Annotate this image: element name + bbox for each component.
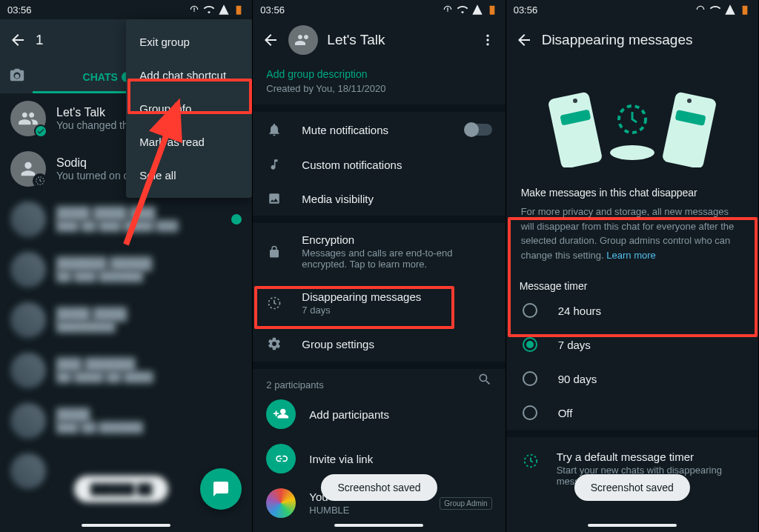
back-button[interactable] <box>3 25 33 55</box>
svg-point-1 <box>15 74 19 79</box>
svg-point-7 <box>486 43 488 45</box>
radio-icon <box>523 405 537 420</box>
add-participants[interactable]: Add participants <box>253 392 505 436</box>
clock-icon <box>33 173 47 188</box>
illustration <box>506 61 758 175</box>
radio-icon <box>523 303 537 318</box>
menu-add-shortcut[interactable]: Add chat shortcut <box>126 59 252 92</box>
person-avatar-icon <box>10 151 46 187</box>
setting-mute[interactable]: Mute notifications <box>253 112 505 147</box>
svg-point-5 <box>486 35 488 37</box>
info-text: Make messages in this chat disappear For… <box>506 175 758 274</box>
bell-icon <box>266 122 282 137</box>
add-person-icon <box>266 399 296 429</box>
option-7-days[interactable]: 7 days <box>506 327 758 362</box>
whatsapp-chats-screen: 03:56 1 CHATS 11 STATUS <box>0 0 253 532</box>
setting-group-settings[interactable]: Group settings <box>253 326 505 362</box>
chat-row-blurred[interactable]: ██████ ███████ ███ ██████ <box>0 245 252 295</box>
status-icons <box>188 4 245 16</box>
selection-count: 1 <box>36 32 44 48</box>
svg-point-16 <box>610 145 654 160</box>
back-button[interactable] <box>256 25 285 55</box>
status-time: 03:56 <box>7 4 32 16</box>
status-time: 03:56 <box>260 4 285 16</box>
image-icon <box>266 192 282 205</box>
nav-handle <box>253 519 505 532</box>
group-info-screen: 03:56 Let's Talk Add group description C… <box>253 0 506 532</box>
nav-handle <box>0 519 252 532</box>
disappearing-messages-screen: 03:56 Disappearing messages Make message… <box>506 0 759 532</box>
back-button[interactable] <box>509 25 539 55</box>
participants-header: 2 participants <box>253 369 477 392</box>
svg-point-14 <box>687 99 692 103</box>
gear-icon <box>266 336 282 351</box>
selected-check-icon <box>34 124 47 138</box>
group-avatar-icon[interactable] <box>288 25 318 55</box>
snack-blurred: ██████ ██ <box>74 476 168 502</box>
add-description-link[interactable]: Add group description <box>266 68 491 80</box>
svg-rect-9 <box>743 6 748 15</box>
group-description[interactable]: Add group description Created by You, 18… <box>253 61 505 104</box>
toolbar: Let's Talk <box>253 19 505 61</box>
radio-icon <box>523 371 537 386</box>
status-bar: 03:56 <box>506 0 758 19</box>
new-chat-fab[interactable] <box>200 468 242 510</box>
profile-avatar <box>266 488 296 518</box>
svg-rect-4 <box>489 6 494 15</box>
toolbar: Disappearing messages <box>506 19 758 61</box>
timer-icon <box>266 296 282 310</box>
setting-disappearing[interactable]: Disappearing messages7 days <box>253 280 505 326</box>
music-note-icon <box>266 158 282 171</box>
nav-handle <box>506 519 758 532</box>
overflow-menu: Exit group Add chat shortcut Group info … <box>126 19 252 198</box>
created-info: Created by You, 18/11/2020 <box>266 83 491 94</box>
svg-rect-0 <box>236 6 242 15</box>
setting-media-visibility[interactable]: Media visibility <box>253 182 505 216</box>
menu-select-all[interactable]: Sele all <box>126 159 252 192</box>
screenshot-toast: Screenshot saved <box>321 474 437 501</box>
radio-icon <box>523 337 537 352</box>
screenshot-toast: Screenshot saved <box>574 474 690 501</box>
menu-group-info[interactable]: Group info <box>126 92 252 125</box>
page-title: Disappearing messages <box>542 32 693 48</box>
option-90-days[interactable]: 90 days <box>506 362 758 396</box>
admin-badge: Group Admin <box>440 497 491 510</box>
status-time: 03:56 <box>514 4 538 16</box>
timer-icon <box>523 450 539 487</box>
camera-icon[interactable] <box>9 67 27 87</box>
status-bar: 03:56 <box>0 0 252 19</box>
lock-icon <box>266 245 282 259</box>
mute-toggle[interactable] <box>465 124 492 136</box>
setting-custom-notifications[interactable]: Custom notifications <box>253 147 505 182</box>
timer-header: Message timer <box>506 274 758 293</box>
unread-dot-icon <box>231 214 242 225</box>
learn-more-link[interactable]: Learn more <box>606 250 655 261</box>
menu-mark-read[interactable]: Mark as read <box>126 125 252 159</box>
group-avatar-icon <box>10 101 46 136</box>
chat-row-blurred[interactable]: ████ ████████████ <box>0 295 252 345</box>
status-bar: 03:56 <box>253 0 505 19</box>
more-button[interactable] <box>473 25 503 55</box>
option-24-hours[interactable]: 24 hours <box>506 293 758 327</box>
svg-point-6 <box>486 39 488 41</box>
chat-row-blurred[interactable]: ████ ████ ██████ ██ ███ ████ ███ <box>0 194 252 245</box>
link-icon <box>266 444 296 473</box>
chat-row-blurred[interactable]: ███████ ██ ██████ <box>0 396 252 446</box>
search-icon[interactable] <box>477 372 506 390</box>
chat-row-blurred[interactable]: ███ ████████ ████ ██ ████ <box>0 345 252 396</box>
group-title: Let's Talk <box>327 32 385 48</box>
menu-exit-group[interactable]: Exit group <box>126 25 252 59</box>
option-off[interactable]: Off <box>506 396 758 430</box>
setting-encryption[interactable]: EncryptionMessages and calls are end-to-… <box>253 223 505 280</box>
svg-point-11 <box>573 99 577 103</box>
